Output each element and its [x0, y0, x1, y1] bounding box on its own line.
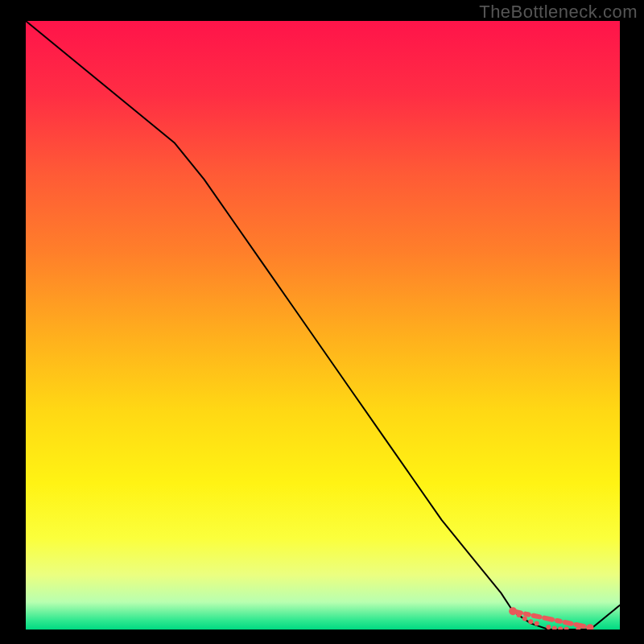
data-point: [528, 619, 533, 624]
data-point: [535, 621, 539, 625]
bottleneck-chart: [26, 21, 620, 630]
data-point: [517, 613, 522, 617]
watermark-text: TheBottleneck.com: [479, 2, 638, 23]
chart-frame: TheBottleneck.com: [0, 0, 644, 644]
data-point: [509, 607, 517, 615]
data-point: [522, 616, 527, 621]
data-point: [546, 625, 551, 630]
gradient-background: [26, 21, 620, 630]
